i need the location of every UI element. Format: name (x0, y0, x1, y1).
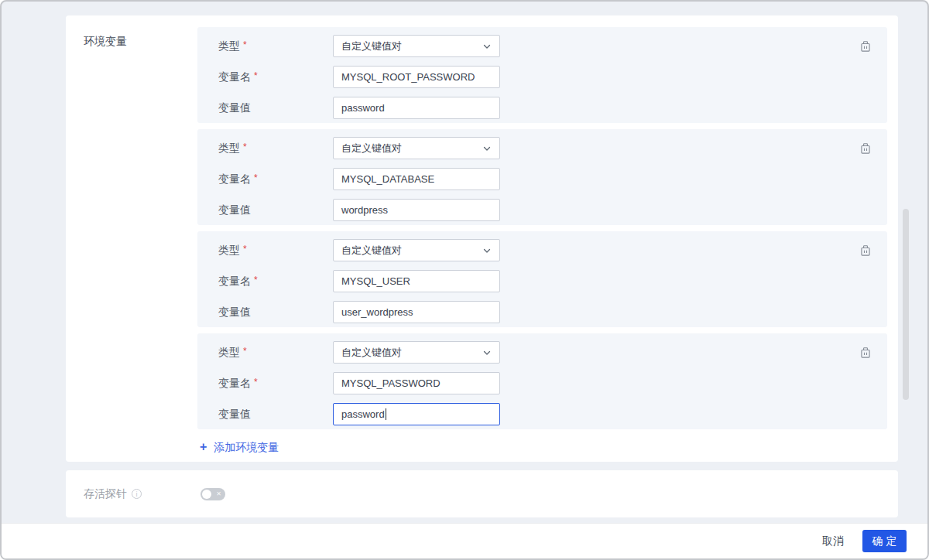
env-name-label: 变量名* (197, 275, 333, 289)
delete-entry-button[interactable] (859, 346, 872, 360)
add-env-variable-label: 添加环境变量 (214, 441, 279, 455)
trash-icon (859, 244, 872, 257)
env-name-input[interactable]: MYSQL_USER (333, 270, 500, 292)
env-variable-block: 类型* 自定义键值对 变量名* MYSQL_PASSWORD 变量值 passw… (197, 333, 887, 429)
env-type-select[interactable]: 自定义键值对 (333, 35, 500, 57)
env-section-label: 环境变量 (84, 35, 127, 47)
env-value-row: 变量值 user_wordpress (197, 301, 887, 323)
env-type-label: 类型* (197, 39, 333, 53)
env-variables-card: 环境变量 类型* 自定义键值对 变量名* MYSQL_ROOT_PASSWORD (66, 15, 898, 462)
env-value-label: 变量值 (197, 203, 333, 217)
add-env-variable-link[interactable]: + 添加环境变量 (200, 441, 279, 455)
chevron-down-icon (482, 144, 492, 153)
required-mark: * (243, 244, 247, 254)
env-name-row: 变量名* MYSQL_DATABASE (197, 168, 887, 190)
cancel-button[interactable]: 取消 (822, 534, 844, 548)
trash-icon (859, 142, 872, 155)
liveness-probe-label: 存活探针 (84, 487, 127, 501)
env-type-select-value: 自定义键值对 (341, 244, 402, 258)
confirm-button[interactable]: 确 定 (862, 530, 907, 552)
env-value-label: 变量值 (197, 408, 333, 422)
trash-icon (859, 347, 872, 359)
env-type-select-value: 自定义键值对 (341, 142, 402, 155)
env-type-row: 类型* 自定义键值对 (197, 35, 887, 57)
delete-entry-button[interactable] (859, 142, 872, 155)
env-type-select[interactable]: 自定义键值对 (333, 137, 500, 159)
required-mark: * (243, 142, 247, 152)
liveness-probe-toggle[interactable]: ✕ (201, 488, 225, 500)
env-value-label: 变量值 (197, 306, 333, 319)
edit-settings-modal: 环境变量 类型* 自定义键值对 变量名* MYSQL_ROOT_PASSWORD (0, 0, 929, 560)
env-value-input[interactable]: user_wordpress (333, 301, 500, 323)
liveness-probe-label-wrap: 存活探针 i (66, 487, 197, 501)
liveness-probe-card: 存活探针 i ✕ (66, 470, 898, 517)
env-type-row: 类型* 自定义键值对 (197, 341, 887, 364)
modal-body: 环境变量 类型* 自定义键值对 变量名* MYSQL_ROOT_PASSWORD (2, 2, 927, 522)
env-value-input[interactable]: password (333, 97, 500, 119)
required-mark: * (254, 172, 258, 183)
delete-entry-button[interactable] (859, 244, 872, 258)
env-section-controls: 类型* 自定义键值对 变量名* MYSQL_ROOT_PASSWORD 变量值 … (197, 15, 898, 462)
required-mark: * (243, 39, 247, 50)
text-caret (386, 408, 386, 420)
env-type-select-value: 自定义键值对 (341, 346, 402, 360)
env-value-label: 变量值 (197, 101, 333, 115)
chevron-down-icon (482, 246, 492, 255)
env-name-input[interactable]: MYSQL_PASSWORD (333, 372, 500, 394)
env-name-label: 变量名* (197, 70, 333, 84)
env-name-row: 变量名* MYSQL_PASSWORD (197, 372, 887, 394)
toggle-off-icon: ✕ (216, 491, 221, 497)
env-type-label: 类型* (197, 346, 333, 360)
plus-icon: + (200, 441, 207, 453)
env-variable-block: 类型* 自定义键值对 变量名* MYSQL_DATABASE 变量值 wordp… (197, 129, 887, 225)
env-value-input-focused[interactable]: password (333, 403, 500, 425)
env-variable-block: 类型* 自定义键值对 变量名* MYSQL_ROOT_PASSWORD 变量值 … (197, 27, 887, 123)
env-value-input[interactable]: wordpress (333, 199, 500, 221)
env-name-row: 变量名* MYSQL_ROOT_PASSWORD (197, 66, 887, 88)
env-variable-block: 类型* 自定义键值对 变量名* MYSQL_USER 变量值 user_word… (197, 231, 887, 327)
delete-entry-button[interactable] (859, 39, 872, 53)
chevron-down-icon (482, 42, 492, 51)
env-name-input[interactable]: MYSQL_DATABASE (333, 168, 500, 190)
required-mark: * (254, 377, 258, 388)
env-name-label: 变量名* (197, 377, 333, 391)
vertical-scrollbar-thumb[interactable] (903, 209, 909, 400)
env-type-row: 类型* 自定义键值对 (197, 137, 887, 159)
required-mark: * (254, 70, 258, 81)
env-value-row: 变量值 password (197, 97, 887, 119)
chevron-down-icon (482, 348, 492, 357)
env-name-input[interactable]: MYSQL_ROOT_PASSWORD (333, 66, 500, 88)
trash-icon (859, 40, 872, 53)
env-value-row: 变量值 password (197, 403, 887, 425)
env-type-select[interactable]: 自定义键值对 (333, 239, 500, 261)
env-type-select-value: 自定义键值对 (341, 39, 402, 53)
env-value-row: 变量值 wordpress (197, 199, 887, 221)
env-type-row: 类型* 自定义键值对 (197, 239, 887, 261)
env-name-row: 变量名* MYSQL_USER (197, 270, 887, 292)
required-mark: * (254, 275, 258, 285)
env-section-label-col: 环境变量 (66, 15, 197, 462)
env-type-label: 类型* (197, 142, 333, 155)
modal-footer: 取消 确 定 (2, 523, 927, 558)
env-name-label: 变量名* (197, 172, 333, 186)
env-type-label: 类型* (197, 244, 333, 258)
toggle-knob (202, 490, 211, 499)
required-mark: * (243, 346, 247, 357)
env-type-select[interactable]: 自定义键值对 (333, 341, 500, 364)
info-icon: i (132, 489, 142, 499)
